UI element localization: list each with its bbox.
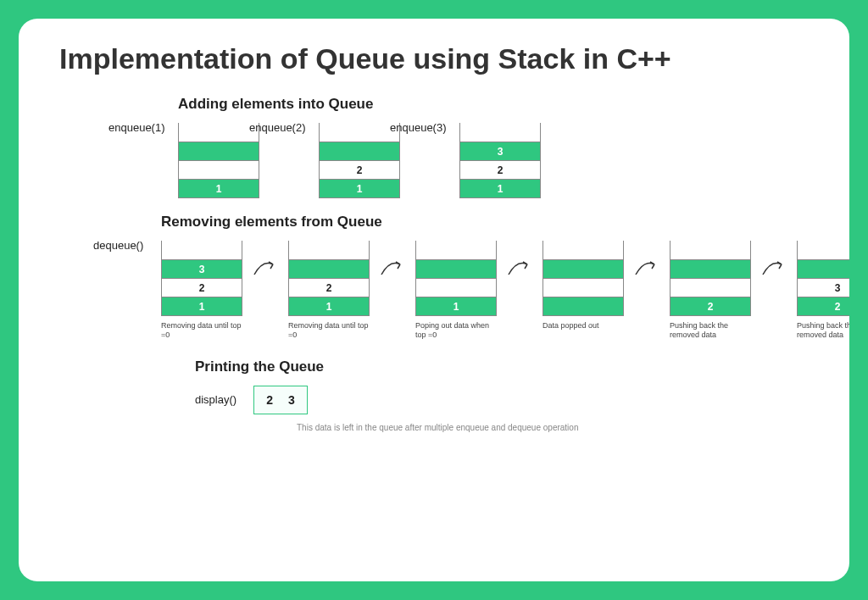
stack [542,241,624,316]
stack-cell [670,278,750,297]
arrow-icon [258,241,273,315]
dequeue-block: 21Removing data until top =0 [288,241,370,340]
stack-cell: 1 [320,179,399,197]
stack: 21 [288,241,370,316]
arrow-icon [512,241,527,315]
stack: 1 [178,123,259,198]
printing-note: This data is left in the queue after mul… [297,423,809,432]
stack-cell [162,241,242,259]
dequeue-caption: Removing data until top =0 [288,321,370,340]
dequeue-block: 2Pushing back the removed data [670,241,751,340]
stack: 21 [319,123,400,198]
stack-cell: 1 [162,297,242,315]
stack-cell: 1 [179,179,259,197]
dequeue-block: Data popped out [542,241,624,331]
stack-cell: 2 [289,278,369,297]
stack-cell: 3 [798,278,849,297]
stack-block: enqueue(2)21 [319,123,400,198]
stack-cell: 2 [162,278,242,297]
dequeue-caption: Pushing back the removed data [797,321,849,340]
stack: 1 [415,241,497,316]
stack-cell: 2 [460,160,540,179]
stack-cell [798,241,849,259]
stack-cell [416,241,496,259]
stack-cell [289,259,369,278]
dequeue-caption: Removing data until top =0 [161,321,242,340]
stack-cell [670,241,750,259]
arrow-icon [639,241,654,315]
stack-cell: 3 [162,259,242,278]
stack-cell [320,142,399,160]
display-value: 2 [266,393,273,407]
enqueue-label: enqueue(2) [249,121,306,134]
stack: 2 [670,241,751,316]
dequeue-block: 1Poping out data when top =0 [415,241,497,340]
stack: 321 [459,123,541,198]
stack-cell [416,259,496,278]
display-label: display() [195,393,236,406]
removing-heading: Removing elements from Queue [161,214,809,231]
stack-cell [670,259,750,278]
stack-cell [416,278,496,297]
enqueue-label: enqueue(1) [108,121,165,134]
stack: 321 [161,241,242,316]
stack-block: enqueue(3)321 [459,123,541,198]
stack-cell [543,259,623,278]
dequeue-caption: Poping out data when top =0 [415,321,497,340]
stack-cell [543,297,623,315]
removing-stacks-row: dequeue() 321Removing data until top =02… [161,241,809,340]
stack-cell: 3 [460,142,540,160]
stack-cell [460,123,540,142]
stack-cell [543,241,623,259]
arrow-icon [385,241,400,315]
stack-cell: 1 [460,179,540,197]
stack-cell: 1 [289,297,369,315]
adding-section: Adding elements into Queue enqueue(1)1en… [178,96,809,198]
enqueue-label: enqueue(3) [390,121,447,134]
card: Implementation of Queue using Stack in C… [19,19,849,581]
dequeue-caption: Data popped out [542,321,599,331]
dequeue-caption: Pushing back the removed data [670,321,751,340]
removing-section: Removing elements from Queue dequeue() 3… [161,214,809,340]
stack: 32 [797,241,849,316]
dequeue-label: dequeue() [93,239,143,252]
stack-cell [289,241,369,259]
stack-cell [179,123,259,142]
adding-stacks-row: enqueue(1)1enqueue(2)21enqueue(3)321 [178,123,809,198]
display-value: 3 [288,393,295,407]
stack-cell: 1 [416,297,496,315]
stack-cell: 2 [670,297,750,315]
stack-block: enqueue(1)1 [178,123,259,198]
adding-heading: Adding elements into Queue [178,96,809,113]
stack-cell [320,123,399,142]
stack-cell [179,160,259,179]
stack-cell [543,278,623,297]
dequeue-block: 32Pushing back the removed data [797,241,849,340]
printing-section: Printing the Queue display() 23 This dat… [195,358,809,432]
stack-cell: 2 [320,160,399,179]
printing-heading: Printing the Queue [195,358,809,375]
arrow-icon [766,241,782,315]
stack-cell [798,259,849,278]
dequeue-block: 321Removing data until top =0 [161,241,242,340]
display-row: display() 23 [195,386,809,414]
display-box: 23 [253,386,308,414]
stack-cell [179,142,259,160]
stack-cell: 2 [798,297,849,315]
page-title: Implementation of Queue using Stack in C… [59,42,809,75]
